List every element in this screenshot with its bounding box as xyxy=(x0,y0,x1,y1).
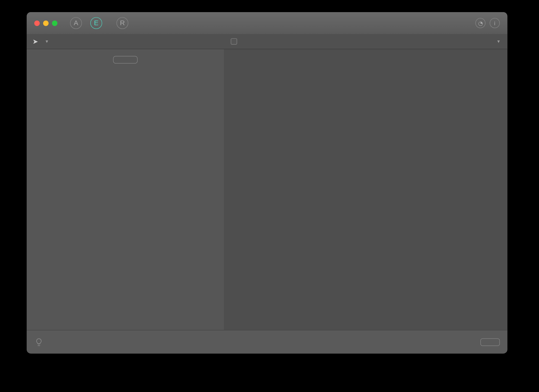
chevron-down-icon: ▼ xyxy=(45,39,49,44)
feedback-icon[interactable]: ◔ xyxy=(475,18,485,28)
footer xyxy=(27,330,507,353)
maximize-button[interactable] xyxy=(52,20,57,26)
hide-core-extensions-button[interactable] xyxy=(113,56,138,63)
filter-dropdown[interactable]: ➤ ▼ xyxy=(27,37,224,45)
tab-r-icon[interactable]: R xyxy=(117,17,128,29)
section-tabs: A E R xyxy=(70,17,128,29)
tab-a-icon[interactable]: A xyxy=(70,17,82,29)
remove-button[interactable] xyxy=(480,338,500,346)
tab-extensions-icon[interactable]: E xyxy=(90,17,102,29)
select-all-checkbox[interactable] xyxy=(231,38,237,45)
info-icon[interactable]: i xyxy=(490,18,500,28)
titlebar: A E R ◔ i xyxy=(27,12,507,34)
main-list xyxy=(224,49,507,330)
sort-dropdown[interactable]: ▼ xyxy=(494,39,501,44)
chevron-down-icon: ▼ xyxy=(497,39,501,44)
minimize-button[interactable] xyxy=(43,20,49,26)
app-window: A E R ◔ i ➤ ▼ ▼ xyxy=(27,12,507,353)
sidebar xyxy=(27,49,224,330)
close-button[interactable] xyxy=(34,20,40,26)
window-controls xyxy=(34,20,57,26)
toolbar: ➤ ▼ ▼ xyxy=(27,34,507,49)
hint-icon[interactable] xyxy=(34,337,43,346)
location-icon: ➤ xyxy=(32,37,38,45)
